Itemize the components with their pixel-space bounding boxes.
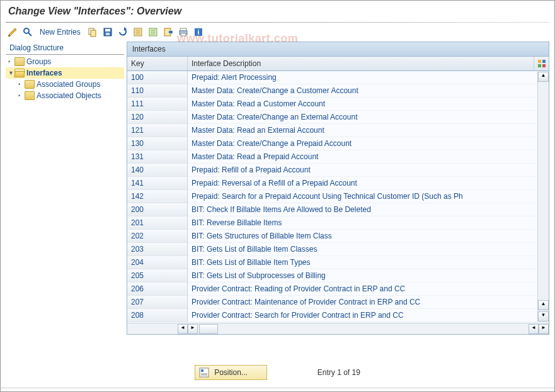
svg-rect-6 — [105, 29, 110, 31]
dialog-structure-panel: Dialog Structure • Groups ▼ Interfaces •… — [6, 42, 124, 335]
cell-key[interactable]: 120 — [127, 111, 188, 124]
arrow-down-icon: ▼ — [8, 70, 14, 76]
table-row[interactable]: 207Provider Contract: Maintenance of Pro… — [127, 296, 549, 309]
cell-desc[interactable]: BIT: Gets Structures of Billable Item Cl… — [188, 230, 549, 243]
svg-point-1 — [24, 28, 29, 33]
find-icon[interactable] — [22, 26, 33, 38]
cell-desc[interactable]: BIT: Reverse Billable Items — [188, 216, 549, 230]
cell-desc[interactable]: Prepaid: Reversal of a Refill of a Prepa… — [188, 177, 549, 190]
table-row[interactable]: 120Master Data: Create/Change an Externa… — [127, 111, 549, 124]
tree-item-associated-objects[interactable]: • Associated Objects — [6, 90, 124, 101]
cell-desc[interactable]: Provider Contract: Maintenance of Provid… — [188, 296, 549, 309]
cell-key[interactable]: 140 — [127, 164, 188, 177]
cell-key[interactable]: 208 — [127, 309, 188, 322]
cell-key[interactable]: 100 — [127, 71, 188, 84]
info-icon[interactable]: i — [193, 26, 204, 38]
position-button[interactable]: Position... — [195, 365, 267, 380]
scroll-thumb[interactable] — [199, 324, 218, 334]
cell-key[interactable]: 131 — [127, 150, 188, 164]
footer: Position... Entry 1 of 19 — [1, 365, 554, 380]
folder-open-icon — [14, 69, 25, 77]
table-row[interactable]: 205BIT: Gets List of Subprocesses of Bil… — [127, 269, 549, 283]
scroll-left-icon[interactable]: ◄ — [178, 324, 188, 334]
undo-icon[interactable] — [117, 26, 129, 38]
scroll-right2-icon[interactable]: ► — [539, 324, 549, 334]
cell-key[interactable]: 121 — [127, 124, 188, 137]
new-entries-button[interactable]: New Entries — [40, 28, 81, 36]
cell-desc[interactable]: BIT: Gets List of Billable Item Types — [188, 256, 549, 269]
cell-key[interactable]: 202 — [127, 230, 188, 243]
svg-rect-0 — [8, 35, 10, 36]
cell-desc[interactable]: Provider Contract: Reading of Provider C… — [188, 283, 549, 296]
table-row[interactable]: 200BIT: Check If Billable Items Are Allo… — [127, 203, 549, 216]
cell-desc[interactable]: Prepaid: Alert Processing — [188, 71, 549, 84]
cell-key[interactable]: 110 — [127, 84, 188, 98]
table-row[interactable]: 202BIT: Gets Structures of Billable Item… — [127, 230, 549, 243]
cell-desc[interactable]: BIT: Check If Billable Items Are Allowed… — [188, 203, 549, 216]
cell-desc[interactable]: Master Data: Create/Change a Prepaid Acc… — [188, 137, 549, 150]
scroll-left2-icon[interactable]: ◄ — [529, 324, 539, 334]
cell-key[interactable]: 201 — [127, 216, 188, 230]
table-row[interactable]: 142Prepaid: Search for a Prepaid Account… — [127, 190, 549, 203]
cell-desc[interactable]: Master Data: Read an External Account — [188, 124, 549, 137]
scroll-up-alt-icon[interactable]: ▲ — [538, 300, 549, 310]
table-row[interactable]: 100Prepaid: Alert Processing — [127, 71, 549, 84]
cell-key[interactable]: 207 — [127, 296, 188, 309]
tree-item-groups[interactable]: • Groups — [6, 56, 124, 67]
delimit-icon[interactable] — [163, 26, 174, 38]
scroll-up-icon[interactable]: ▲ — [538, 72, 549, 82]
scroll-track[interactable] — [199, 324, 527, 334]
save-icon[interactable] — [102, 26, 113, 38]
table-row[interactable]: 141Prepaid: Reversal of a Refill of a Pr… — [127, 177, 549, 190]
table-row[interactable]: 121Master Data: Read an External Account — [127, 124, 549, 137]
table-row[interactable]: 131Master Data: Read a Prepaid Account — [127, 150, 549, 164]
table-header: Key Interface Description — [127, 57, 549, 71]
cell-desc[interactable]: Master Data: Create/Change a Customer Ac… — [188, 84, 549, 98]
tree-item-associated-groups[interactable]: • Associated Groups — [6, 79, 124, 90]
cell-key[interactable]: 200 — [127, 203, 188, 216]
table-row[interactable]: 201BIT: Reverse Billable Items — [127, 216, 549, 230]
cell-desc[interactable]: BIT: Gets List of Billable Item Classes — [188, 243, 549, 256]
table-row[interactable]: 206Provider Contract: Reading of Provide… — [127, 283, 549, 296]
svg-text:i: i — [197, 28, 199, 36]
cell-key[interactable]: 130 — [127, 137, 188, 150]
cell-key[interactable]: 111 — [127, 98, 188, 111]
table-row[interactable]: 110Master Data: Create/Change a Customer… — [127, 84, 549, 98]
svg-rect-23 — [538, 60, 541, 63]
col-header-key[interactable]: Key — [127, 57, 188, 70]
cell-key[interactable]: 141 — [127, 177, 188, 190]
deselect-all-icon[interactable] — [147, 26, 159, 38]
cell-key[interactable]: 204 — [127, 256, 188, 269]
cell-desc[interactable]: Provider Contract: Search for Provider C… — [188, 309, 549, 322]
table-row[interactable]: 204BIT: Gets List of Billable Item Types — [127, 256, 549, 269]
cell-desc[interactable]: Prepaid: Refill of a Prepaid Account — [188, 164, 549, 177]
cell-key[interactable]: 205 — [127, 269, 188, 283]
scroll-right-icon[interactable]: ► — [188, 324, 198, 334]
cell-desc[interactable]: BIT: Gets List of Subprocesses of Billin… — [188, 269, 549, 283]
cell-desc[interactable]: Master Data: Read a Customer Account — [188, 98, 549, 111]
table-row[interactable]: 208Provider Contract: Search for Provide… — [127, 309, 549, 322]
scroll-down-icon[interactable]: ▼ — [538, 311, 549, 322]
horizontal-scrollbar[interactable]: ◄ ► ◄ ► — [127, 323, 549, 334]
table-row[interactable]: 111Master Data: Read a Customer Account — [127, 98, 549, 111]
copy-icon[interactable] — [87, 26, 98, 38]
toggle-display-icon[interactable] — [7, 26, 18, 38]
cell-key[interactable]: 142 — [127, 190, 188, 203]
print-icon[interactable] — [178, 26, 189, 38]
table-row[interactable]: 130Master Data: Create/Change a Prepaid … — [127, 137, 549, 150]
col-header-desc[interactable]: Interface Description — [188, 57, 534, 70]
table-settings-icon[interactable] — [534, 57, 549, 70]
select-all-icon[interactable] — [132, 26, 144, 38]
bullet-icon: • — [18, 81, 25, 87]
cell-key[interactable]: 206 — [127, 283, 188, 296]
tree-item-interfaces[interactable]: ▼ Interfaces — [6, 67, 124, 79]
cell-key[interactable]: 203 — [127, 243, 188, 256]
tree-label: Groups — [26, 57, 51, 66]
page-title: Change View "Interfaces": Overview — [1, 1, 554, 22]
cell-desc[interactable]: Master Data: Create/Change an External A… — [188, 111, 549, 124]
vertical-scrollbar[interactable]: ▲ ▲ ▼ — [537, 72, 549, 322]
table-row[interactable]: 203BIT: Gets List of Billable Item Class… — [127, 243, 549, 256]
cell-desc[interactable]: Master Data: Read a Prepaid Account — [188, 150, 549, 164]
table-row[interactable]: 140Prepaid: Refill of a Prepaid Account — [127, 164, 549, 177]
cell-desc[interactable]: Prepaid: Search for a Prepaid Account Us… — [188, 190, 549, 203]
